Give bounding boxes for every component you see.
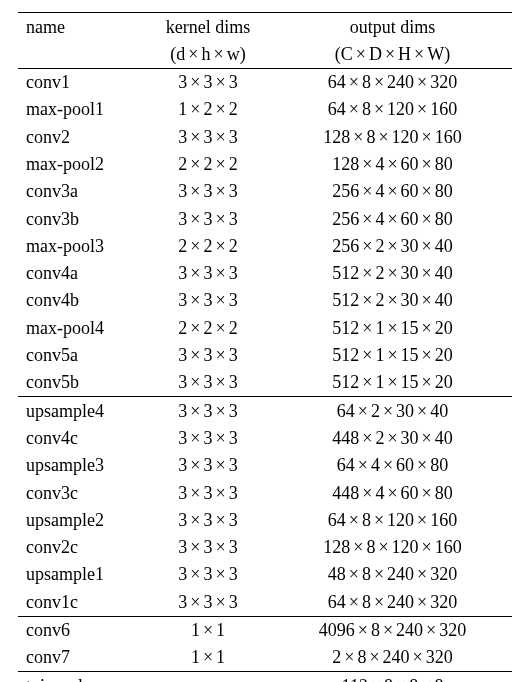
- output-dims: 64×8×120×160: [273, 96, 512, 123]
- layer-name: conv2c: [18, 534, 143, 561]
- layer-name: max-pool4: [18, 314, 143, 341]
- kernel-dims: 3×3×3: [143, 69, 273, 96]
- output-dims: 64×8×120×160: [273, 506, 512, 533]
- layer-name: conv7: [18, 644, 143, 672]
- table-row: conv13×3×364×8×240×320: [18, 69, 512, 96]
- output-dims: 512×1×15×20: [273, 369, 512, 397]
- output-dims: 48×8×240×320: [273, 561, 512, 588]
- layer-name: upsample3: [18, 452, 143, 479]
- kernel-dims: 3×3×3: [143, 424, 273, 451]
- header-row-1: name kernel dims output dims: [18, 13, 512, 40]
- layer-name: conv5a: [18, 342, 143, 369]
- header-output-sub: (C×D×H×W): [273, 40, 512, 68]
- layer-name: conv4a: [18, 260, 143, 287]
- kernel-dims: 3×3×3: [143, 260, 273, 287]
- output-dims: 448×4×60×80: [273, 479, 512, 506]
- layer-name: upsample1: [18, 561, 143, 588]
- output-dims: 4096×8×240×320: [273, 617, 512, 644]
- layer-name: conv5b: [18, 369, 143, 397]
- output-dims: 448×2×30×40: [273, 424, 512, 451]
- output-dims: 64×2×30×40: [273, 397, 512, 424]
- kernel-dims: 3×3×3: [143, 287, 273, 314]
- kernel-dims: 3×3×3: [143, 452, 273, 479]
- kernel-dims: 3×3×3: [143, 342, 273, 369]
- header-kernel-sub: (d×h×w): [143, 40, 273, 68]
- output-dims: 128×8×120×160: [273, 534, 512, 561]
- output-dims: 112×8×8×8: [273, 672, 512, 682]
- kernel-dims: 2×2×2: [143, 232, 273, 259]
- table-row: conv4c3×3×3448×2×30×40: [18, 424, 512, 451]
- output-dims: 256×4×60×80: [273, 178, 512, 205]
- layer-name: max-pool2: [18, 150, 143, 177]
- output-dims: 256×4×60×80: [273, 205, 512, 232]
- output-dims: 512×1×15×20: [273, 342, 512, 369]
- output-dims: 128×8×120×160: [273, 123, 512, 150]
- kernel-dims: 1×2×2: [143, 96, 273, 123]
- kernel-dims: 2×2×2: [143, 150, 273, 177]
- table-row: toi-pool–112×8×8×8: [18, 672, 512, 682]
- table-row: max-pool32×2×2256×2×30×40: [18, 232, 512, 259]
- table-row: conv5b3×3×3512×1×15×20: [18, 369, 512, 397]
- table-row: max-pool11×2×264×8×120×160: [18, 96, 512, 123]
- kernel-dims: 1×1: [143, 617, 273, 644]
- layer-name: max-pool3: [18, 232, 143, 259]
- table-row: upsample33×3×364×4×60×80: [18, 452, 512, 479]
- kernel-dims: 3×3×3: [143, 178, 273, 205]
- layer-name: conv3b: [18, 205, 143, 232]
- header-name: name: [18, 13, 143, 40]
- kernel-dims: 3×3×3: [143, 534, 273, 561]
- table-row: conv2c3×3×3128×8×120×160: [18, 534, 512, 561]
- layer-name: toi-pool: [18, 672, 143, 682]
- kernel-dims: 3×3×3: [143, 205, 273, 232]
- layer-name: conv2: [18, 123, 143, 150]
- kernel-dims: 3×3×3: [143, 397, 273, 424]
- table-row: conv3b3×3×3256×4×60×80: [18, 205, 512, 232]
- table-row: conv3c3×3×3448×4×60×80: [18, 479, 512, 506]
- output-dims: 64×8×240×320: [273, 588, 512, 616]
- kernel-dims: 3×3×3: [143, 479, 273, 506]
- kernel-dims: –: [143, 672, 273, 682]
- table-row: max-pool42×2×2512×1×15×20: [18, 314, 512, 341]
- kernel-dims: 3×3×3: [143, 369, 273, 397]
- layer-name: conv4c: [18, 424, 143, 451]
- layer-name: conv1c: [18, 588, 143, 616]
- table-row: max-pool22×2×2128×4×60×80: [18, 150, 512, 177]
- table-row: conv4b3×3×3512×2×30×40: [18, 287, 512, 314]
- table-row: conv23×3×3128×8×120×160: [18, 123, 512, 150]
- kernel-dims: 3×3×3: [143, 123, 273, 150]
- table-row: conv1c3×3×364×8×240×320: [18, 588, 512, 616]
- table-row: conv71×12×8×240×320: [18, 644, 512, 672]
- kernel-dims: 3×3×3: [143, 588, 273, 616]
- table-row: conv3a3×3×3256×4×60×80: [18, 178, 512, 205]
- layer-name: conv4b: [18, 287, 143, 314]
- header-row-2: (d×h×w) (C×D×H×W): [18, 40, 512, 68]
- output-dims: 256×2×30×40: [273, 232, 512, 259]
- table-row: conv5a3×3×3512×1×15×20: [18, 342, 512, 369]
- header-kernel: kernel dims: [143, 13, 273, 40]
- output-dims: 64×4×60×80: [273, 452, 512, 479]
- kernel-dims: 3×3×3: [143, 561, 273, 588]
- table-row: upsample23×3×364×8×120×160: [18, 506, 512, 533]
- output-dims: 2×8×240×320: [273, 644, 512, 672]
- kernel-dims: 2×2×2: [143, 314, 273, 341]
- output-dims: 128×4×60×80: [273, 150, 512, 177]
- kernel-dims: 1×1: [143, 644, 273, 672]
- table-row: conv4a3×3×3512×2×30×40: [18, 260, 512, 287]
- output-dims: 64×8×240×320: [273, 69, 512, 96]
- kernel-dims: 3×3×3: [143, 506, 273, 533]
- layer-name: upsample4: [18, 397, 143, 424]
- table-row: upsample13×3×348×8×240×320: [18, 561, 512, 588]
- layer-name: conv3a: [18, 178, 143, 205]
- layer-name: max-pool1: [18, 96, 143, 123]
- table-row: upsample43×3×364×2×30×40: [18, 397, 512, 424]
- layer-name: conv6: [18, 617, 143, 644]
- table-row: conv61×14096×8×240×320: [18, 617, 512, 644]
- layer-name: upsample2: [18, 506, 143, 533]
- arch-table: name kernel dims output dims (d×h×w) (C×…: [18, 12, 512, 682]
- output-dims: 512×2×30×40: [273, 260, 512, 287]
- layer-name: conv1: [18, 69, 143, 96]
- output-dims: 512×1×15×20: [273, 314, 512, 341]
- header-output: output dims: [273, 13, 512, 40]
- layer-name: conv3c: [18, 479, 143, 506]
- output-dims: 512×2×30×40: [273, 287, 512, 314]
